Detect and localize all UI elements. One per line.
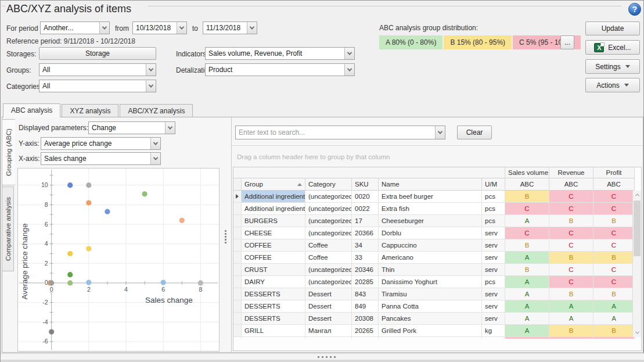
- cell-name[interactable]: Panna Cotta: [379, 300, 482, 313]
- cell-sku[interactable]: 0020: [352, 191, 379, 203]
- cell-name[interactable]: Danissimo Yoghurt: [379, 276, 482, 288]
- search-input[interactable]: Enter text to search...: [236, 128, 435, 137]
- cell-name[interactable]: Grilled Pork: [379, 325, 482, 337]
- chevron-down-icon[interactable]: [344, 48, 354, 59]
- cell-revenue-abc[interactable]: C: [549, 203, 593, 215]
- cell-category[interactable]: (uncategorized): [305, 203, 352, 215]
- cell-profit-abc[interactable]: B: [593, 325, 635, 337]
- column-header-group[interactable]: Group: [242, 178, 305, 191]
- chevron-down-icon[interactable]: [165, 122, 175, 134]
- table-row[interactable]: Additional ingredients(uncategorized)002…: [233, 203, 641, 215]
- help-button[interactable]: ?: [628, 3, 641, 16]
- cell-category[interactable]: Coffee: [305, 239, 352, 252]
- cell-category[interactable]: (uncategorized): [305, 191, 352, 203]
- distribution-more-button[interactable]: ...: [560, 35, 574, 49]
- cell-sku[interactable]: 20346: [352, 264, 379, 276]
- cell-um[interactable]: serv: [482, 239, 505, 252]
- cell-revenue-abc[interactable]: B: [549, 252, 593, 264]
- categories-combobox[interactable]: All: [39, 80, 156, 92]
- cell-um[interactable]: pcs: [482, 215, 505, 227]
- chevron-down-icon[interactable]: [146, 64, 156, 76]
- chevron-down-icon[interactable]: [177, 22, 186, 34]
- cell-category[interactable]: Мангал: [305, 325, 352, 337]
- band-header-sales-volume[interactable]: Sales volume: [505, 167, 549, 178]
- cell-revenue-abc[interactable]: A: [549, 313, 593, 325]
- cell-sku[interactable]: 20308: [352, 313, 379, 325]
- cell-profit-abc[interactable]: B: [593, 215, 635, 227]
- cell-name[interactable]: Americano: [379, 252, 482, 264]
- cell-um[interactable]: serv: [482, 227, 505, 239]
- cell-revenue-abc[interactable]: B: [549, 215, 593, 227]
- table-row[interactable]: DAIRY(uncategorized)20285Danissimo Yoghu…: [233, 276, 641, 288]
- cell-profit-abc[interactable]: A: [593, 300, 635, 313]
- cell-sales-volume-abc[interactable]: C: [505, 227, 549, 239]
- cell-profit-abc[interactable]: C: [593, 239, 635, 252]
- scroll-up-button[interactable]: [633, 191, 642, 199]
- cell-sku[interactable]: 0022: [352, 203, 379, 215]
- table-row[interactable]: COFFEECoffee34CappuccinoservBCC: [233, 239, 641, 252]
- to-date-picker[interactable]: 11/13/2018: [203, 21, 257, 34]
- cell-sales-volume-abc[interactable]: B: [505, 239, 549, 252]
- cell-sku[interactable]: 34: [352, 239, 379, 252]
- table-row[interactable]: CHEESE(uncategorized)20366DorbluservCCC: [233, 227, 641, 239]
- chevron-down-icon[interactable]: [435, 126, 445, 139]
- chevron-down-icon[interactable]: [344, 64, 354, 76]
- cell-um[interactable]: pcs: [482, 191, 505, 203]
- cell-um[interactable]: serv: [482, 252, 505, 264]
- cell-name[interactable]: Pancakes: [379, 313, 482, 325]
- cell-sales-volume-abc[interactable]: A: [505, 252, 549, 264]
- displayed-parameters-combobox[interactable]: Change: [88, 121, 175, 134]
- cell-name[interactable]: Dorblu: [379, 227, 482, 239]
- cell-sales-volume-abc[interactable]: A: [505, 276, 549, 288]
- detalization-combobox[interactable]: Product: [205, 63, 355, 76]
- tab-abc-xyz-analysis[interactable]: ABC/XYZ analysis: [120, 104, 193, 117]
- cell-sku[interactable]: 20265: [352, 325, 379, 337]
- horizontal-splitter[interactable]: [1, 353, 644, 360]
- cell-sales-volume-abc[interactable]: B: [505, 191, 549, 203]
- cell-group[interactable]: COFFEE: [242, 252, 305, 264]
- cell-group[interactable]: Additional ingredients: [242, 191, 305, 203]
- cell-profit-abc[interactable]: C: [593, 203, 635, 215]
- chevron-down-icon[interactable]: [99, 22, 109, 34]
- column-header-u-m[interactable]: U/M: [482, 178, 505, 191]
- cell-revenue-abc[interactable]: C: [549, 239, 593, 252]
- cell-revenue-abc[interactable]: B: [549, 288, 593, 300]
- column-header-abc-2[interactable]: ABC: [549, 178, 593, 191]
- table-row[interactable]: CRUST(uncategorized)20346ThinservBCC: [233, 264, 641, 276]
- cell-sku[interactable]: 17: [352, 215, 379, 227]
- cell-sku[interactable]: 33: [352, 252, 379, 264]
- cell-name[interactable]: Cheeseburger: [379, 215, 482, 227]
- table-row[interactable]: DESSERTSDessert20308PancakesservAAA: [233, 313, 641, 325]
- cell-category[interactable]: (uncategorized): [305, 227, 352, 239]
- cell-sales-volume-abc[interactable]: B: [505, 264, 549, 276]
- table-row[interactable]: DESSERTSDessert849Panna CottaservAAA: [233, 300, 641, 313]
- cell-group[interactable]: GRILL: [242, 325, 305, 337]
- cell-um[interactable]: serv: [482, 264, 505, 276]
- cell-group[interactable]: COFFEE: [242, 239, 305, 252]
- cell-revenue-abc[interactable]: C: [549, 227, 593, 239]
- column-header-category[interactable]: Category: [305, 178, 352, 191]
- cell-revenue-abc[interactable]: C: [549, 264, 593, 276]
- cell-category[interactable]: (uncategorized): [305, 264, 352, 276]
- cell-sku[interactable]: 20285: [352, 276, 379, 288]
- band-header-revenue[interactable]: Revenue: [549, 167, 593, 178]
- side-tab-comparative-analysis[interactable]: Comparative analysis: [2, 187, 14, 271]
- actions-button[interactable]: Actions: [585, 78, 640, 92]
- cell-revenue-abc[interactable]: B: [549, 325, 593, 337]
- cell-um[interactable]: pcs: [482, 276, 505, 288]
- tab-xyz-analysis[interactable]: XYZ analysis: [62, 104, 118, 117]
- chevron-down-icon[interactable]: [247, 22, 257, 34]
- cell-name[interactable]: Tiramisu: [379, 288, 482, 300]
- cell-sales-volume-abc[interactable]: A: [505, 288, 549, 300]
- cell-sales-volume-abc[interactable]: A: [505, 325, 549, 337]
- update-button[interactable]: Update: [585, 21, 640, 35]
- cell-group[interactable]: DESSERTS: [242, 300, 305, 313]
- table-row[interactable]: Additional ingredients(uncategorized)002…: [233, 191, 641, 203]
- cell-sales-volume-abc[interactable]: A: [505, 313, 549, 325]
- excel-button[interactable]: X Excel...: [585, 40, 640, 55]
- table-row[interactable]: BURGERS(uncategorized)17CheeseburgerpcsA…: [233, 215, 641, 227]
- cell-sales-volume-abc[interactable]: C: [505, 203, 549, 215]
- cell-category[interactable]: Dessert: [305, 313, 352, 325]
- band-header-profit[interactable]: Profit: [593, 167, 635, 178]
- x-axis-combobox[interactable]: Sales change: [41, 152, 161, 165]
